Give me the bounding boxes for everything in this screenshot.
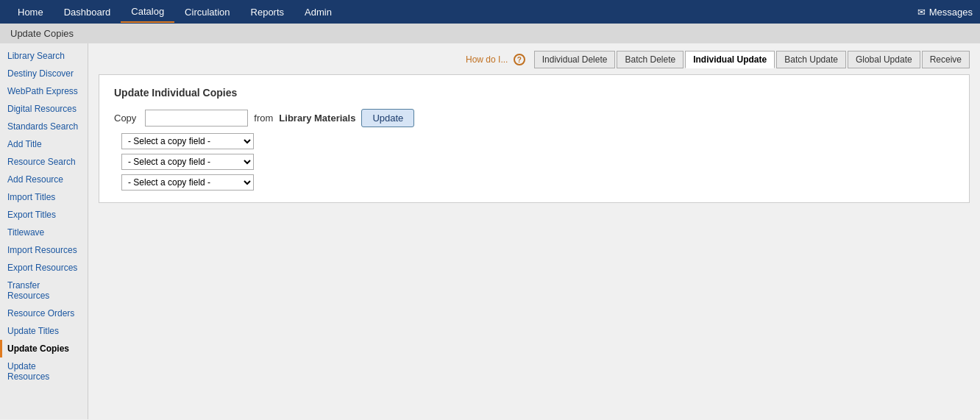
sidebar: Library Search Destiny Discover WebPath … [0,43,88,419]
sidebar-item-add-title[interactable]: Add Title [0,135,88,153]
sidebar-item-resource-orders[interactable]: Resource Orders [0,305,88,322]
copy-field-select-3[interactable]: - Select a copy field - [121,174,254,191]
tab-individual-delete[interactable]: Individual Delete [534,51,616,68]
sidebar-item-update-titles[interactable]: Update Titles [0,322,88,340]
nav-catalog[interactable]: Catalog [121,1,174,23]
breadcrumb: Update Copies [0,24,980,43]
tab-global-update[interactable]: Global Update [848,51,920,68]
copy-label: Copy [114,113,136,124]
content-panel: Update Individual Copies Copy from Libra… [99,74,970,203]
sidebar-item-import-titles[interactable]: Import Titles [0,188,88,206]
tab-receive[interactable]: Receive [922,51,970,68]
sidebar-item-add-resource[interactable]: Add Resource [0,171,88,188]
copy-field-select-1[interactable]: - Select a copy field - [121,133,254,149]
tab-batch-update[interactable]: Batch Update [776,51,846,68]
sidebar-item-export-resources[interactable]: Export Resources [0,259,88,277]
sidebar-item-destiny-discover[interactable]: Destiny Discover [0,65,88,82]
copy-input[interactable] [145,110,248,127]
sidebar-item-digital-resources[interactable]: Digital Resources [0,100,88,118]
copy-row: Copy from Library Materials Update [114,109,954,127]
sidebar-item-update-copies[interactable]: Update Copies [0,340,88,357]
nav-reports[interactable]: Reports [241,2,295,22]
sidebar-item-standards-search[interactable]: Standards Search [0,118,88,135]
sidebar-item-import-resources[interactable]: Import Resources [0,241,88,259]
tabs-row: How do I... ? Individual Delete Batch De… [99,51,970,68]
panel-title: Update Individual Copies [114,87,954,99]
nav-home[interactable]: Home [7,2,54,22]
messages-label: Messages [929,7,973,18]
sidebar-item-library-search[interactable]: Library Search [0,47,88,65]
sidebar-item-update-resources[interactable]: Update Resources [0,357,88,385]
how-do-i-link[interactable]: How do I... ? [466,54,525,65]
main-content: How do I... ? Individual Delete Batch De… [88,43,980,419]
sidebar-item-resource-search[interactable]: Resource Search [0,153,88,171]
fields-area: - Select a copy field - - Select a copy … [121,133,954,191]
sidebar-item-export-titles[interactable]: Export Titles [0,206,88,224]
nav-admin[interactable]: Admin [294,2,342,22]
from-label: from [254,113,273,124]
library-materials-label: Library Materials [279,113,355,124]
sidebar-item-titlewave[interactable]: Titlewave [0,224,88,241]
copy-field-select-2[interactable]: - Select a copy field - [121,154,254,170]
page-layout: Library Search Destiny Discover WebPath … [0,43,980,419]
update-button[interactable]: Update [361,109,414,127]
messages-area[interactable]: ✉ Messages [917,7,973,18]
tab-individual-update[interactable]: Individual Update [685,51,775,68]
help-icon: ? [514,54,525,65]
nav-dashboard[interactable]: Dashboard [54,2,121,22]
sidebar-item-transfer-resources[interactable]: Transfer Resources [0,277,88,305]
sidebar-item-webpath-express[interactable]: WebPath Express [0,82,88,100]
tab-batch-delete[interactable]: Batch Delete [617,51,683,68]
envelope-icon: ✉ [917,7,926,18]
nav-circulation[interactable]: Circulation [174,2,240,22]
top-navigation: Home Dashboard Catalog Circulation Repor… [0,0,980,24]
